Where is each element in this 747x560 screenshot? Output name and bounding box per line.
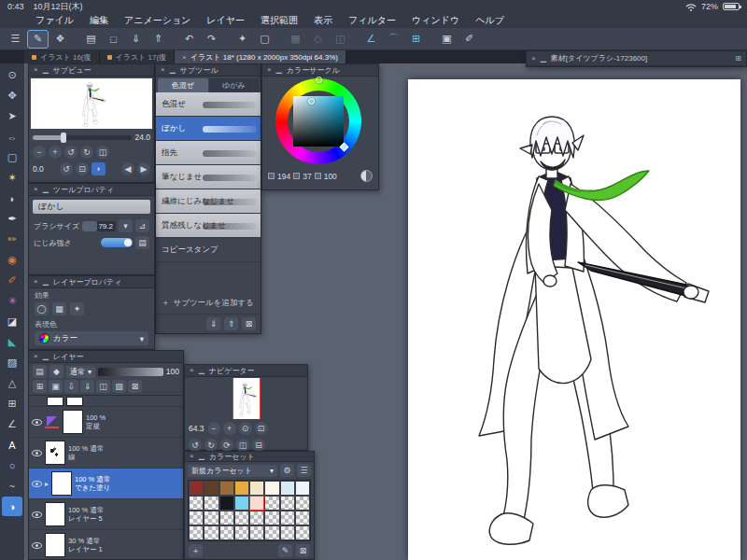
color-mode-toggle-icon[interactable] (360, 170, 373, 182)
layer-thumbnail[interactable] (66, 397, 83, 406)
flip-horizontal-icon[interactable]: ◫ (96, 146, 109, 159)
blend-mode-dropdown[interactable]: 通常 ▾ (66, 366, 95, 378)
selection-tool[interactable]: ▢ (2, 147, 22, 167)
undo-icon[interactable]: ↶ (178, 30, 200, 49)
quick-access-icon[interactable]: ✐ (458, 30, 480, 49)
frame-border-tool[interactable]: ⊞ (2, 394, 22, 413)
color-swatch[interactable] (189, 481, 204, 496)
import-subtool-icon[interactable]: ⇓ (206, 317, 220, 330)
zoom-in-icon[interactable]: + (49, 146, 62, 159)
saturation-value-square[interactable] (293, 96, 344, 147)
gradient-tool[interactable]: ▨ (2, 353, 22, 372)
layer-row[interactable] (29, 396, 183, 407)
zoom-out-icon[interactable]: − (33, 146, 46, 159)
main-menu-icon[interactable]: ☰ (5, 30, 26, 49)
snap-grid-icon[interactable]: ⊞ (405, 30, 427, 49)
blend-tool[interactable]: ◑ (2, 497, 22, 516)
subtool-item[interactable]: コピースタンプ (156, 238, 261, 262)
color-swatch[interactable] (204, 481, 218, 496)
color-swatch[interactable] (264, 481, 279, 496)
transfer-layer-icon[interactable]: ⇩ (64, 380, 78, 393)
subview-image[interactable] (31, 78, 152, 129)
subtool-item[interactable]: 指先 (156, 141, 261, 165)
close-icon[interactable]: × (161, 66, 165, 74)
deselect-icon[interactable]: ▦ (285, 30, 306, 49)
add-subtool-button[interactable]: ＋ サブツールを追加する (156, 293, 261, 314)
color-swatch[interactable] (234, 496, 249, 511)
pencil-tool[interactable]: ✏ (2, 230, 22, 249)
color-swatch[interactable] (264, 511, 279, 525)
clip-to-below-icon[interactable]: ◆ (49, 365, 63, 378)
expression-color-dropdown[interactable]: カラー ▾ (35, 331, 148, 345)
redo-icon[interactable]: ↷ (201, 30, 222, 49)
menu-item[interactable]: フィルター (348, 14, 396, 27)
color-swatch[interactable] (264, 496, 279, 511)
airbrush-tool[interactable]: ◉ (2, 250, 22, 270)
color-swatch[interactable] (234, 481, 249, 496)
export-icon[interactable]: ⇑ (148, 30, 169, 49)
subtool-tab-色混ぜ[interactable]: 色混ぜ (158, 78, 208, 92)
color-swatch[interactable] (204, 525, 218, 540)
layer-visibility-eye-icon[interactable] (32, 450, 42, 456)
auto-select-tool[interactable]: ✶ (2, 168, 22, 188)
brush-tool[interactable]: ✐ (2, 271, 22, 290)
menu-item[interactable]: ヘルプ (475, 14, 504, 27)
zoom-reset-icon[interactable]: ⊙ (239, 422, 252, 435)
export-subtool-icon[interactable]: ⇑ (224, 317, 238, 330)
navigator-view-frame[interactable] (233, 378, 261, 419)
color-swatch[interactable] (295, 481, 310, 496)
minimize-icon[interactable]: ▁ (199, 453, 204, 460)
color-swatch[interactable] (295, 525, 310, 540)
subtool-item[interactable]: ぼかし (156, 117, 261, 141)
clear-icon[interactable]: ✦ (232, 30, 253, 49)
pen-tool[interactable]: ✒ (2, 209, 22, 229)
fit-screen-icon[interactable]: ⊡ (255, 422, 268, 435)
new-layer-icon[interactable]: ⊞ (33, 380, 47, 393)
layer-visibility-eye-icon[interactable] (32, 542, 42, 549)
subview-zoom-slider[interactable] (33, 135, 132, 140)
layer-row[interactable]: 100 % 通常線 (29, 438, 183, 469)
subtool-item[interactable]: 筆なじませ (156, 165, 261, 189)
minimize-icon[interactable]: ▁ (43, 66, 49, 74)
layer-visibility-eye-icon[interactable] (32, 481, 42, 487)
layer-thumbnail[interactable] (45, 502, 65, 526)
color-swatch[interactable] (189, 496, 204, 511)
menu-item[interactable]: アニメーション (124, 14, 190, 27)
close-icon[interactable]: × (190, 453, 194, 460)
color-swatch[interactable] (249, 525, 264, 540)
layer-thumbnail[interactable] (45, 533, 65, 557)
minimize-icon[interactable]: ▁ (199, 367, 204, 374)
brush-size-spinner-icon[interactable]: ▾ (119, 219, 133, 232)
tab-illust18-active[interactable]: ×イラスト 18* (1280 x 2000px 350dpi 64.3%) (175, 50, 346, 63)
menu-item[interactable]: ファイル (35, 14, 74, 27)
menu-item[interactable]: 表示 (314, 14, 332, 27)
color-swatch[interactable] (249, 481, 264, 496)
rotate-right-icon[interactable]: ↻ (204, 439, 218, 452)
close-icon[interactable]: × (34, 186, 38, 193)
color-swatch[interactable] (204, 511, 218, 525)
menu-item[interactable]: 選択範囲 (261, 14, 298, 27)
close-icon[interactable]: × (34, 353, 38, 360)
layer-row[interactable]: 30 % 通常レイヤー 1 (29, 530, 183, 559)
new-folder-icon[interactable]: ▣ (49, 380, 63, 393)
tab-illust17[interactable]: イラスト 17(復 (100, 50, 176, 63)
layer-color-effect-icon[interactable]: ✦ (70, 302, 84, 315)
rotate-left-icon[interactable]: ↺ (189, 439, 202, 452)
layer-row[interactable]: 100 %定規 (29, 407, 183, 438)
color-swatch[interactable] (189, 525, 204, 540)
minimize-icon[interactable]: ▁ (170, 66, 176, 74)
delete-subtool-icon[interactable]: ⊠ (242, 317, 256, 330)
color-swatch[interactable] (219, 481, 234, 496)
color-swatch[interactable] (219, 525, 234, 540)
color-swatch[interactable] (234, 511, 249, 525)
color-swatch[interactable] (189, 511, 204, 525)
strength-settings-icon[interactable]: ▤ (135, 236, 149, 249)
menu-item[interactable]: レイヤー (206, 14, 245, 27)
strength-slider[interactable] (101, 238, 133, 247)
rotate-left-icon[interactable]: ↺ (64, 146, 78, 159)
color-swatch[interactable] (295, 511, 310, 525)
flip-vertical-icon[interactable]: ⊟ (252, 439, 265, 452)
material-palette-icon[interactable]: ▣ (436, 30, 458, 49)
operation-tool[interactable]: ➤ (2, 106, 22, 126)
next-image-icon[interactable]: ▶ (137, 162, 150, 175)
